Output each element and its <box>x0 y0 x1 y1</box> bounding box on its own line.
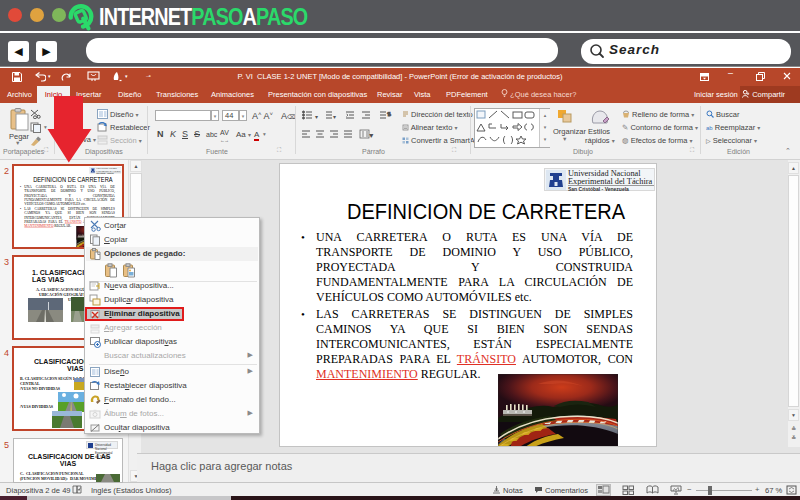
svg-text:⇅: ⇅ <box>387 111 391 117</box>
svg-text:▾: ▾ <box>333 114 336 120</box>
svg-text:▾: ▾ <box>315 114 318 120</box>
svg-text:▾: ▾ <box>370 132 373 138</box>
